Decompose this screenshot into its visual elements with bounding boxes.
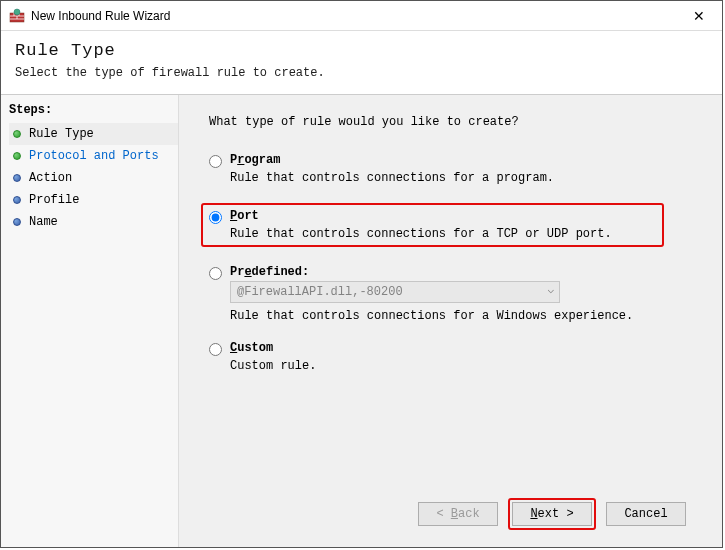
option-label: Port xyxy=(230,209,656,223)
step-protocol-ports[interactable]: Protocol and Ports xyxy=(9,145,178,167)
option-port: Port Rule that controls connections for … xyxy=(201,203,664,247)
next-highlight: Next > xyxy=(508,498,596,530)
option-label: Predefined: xyxy=(230,265,704,279)
option-program: Program Rule that controls connections f… xyxy=(209,153,704,185)
predefined-select-wrap: @FirewallAPI.dll,-80200 xyxy=(230,279,560,305)
step-rule-type[interactable]: Rule Type xyxy=(9,123,178,145)
bullet-icon xyxy=(13,218,21,226)
page-subtitle: Select the type of firewall rule to crea… xyxy=(15,66,708,80)
radio-port[interactable] xyxy=(209,211,222,224)
step-label: Rule Type xyxy=(29,127,94,141)
bullet-icon xyxy=(13,196,21,204)
wizard-window: New Inbound Rule Wizard ✕ Rule Type Sele… xyxy=(0,0,723,548)
back-button: < Back xyxy=(418,502,498,526)
option-desc: Rule that controls connections for a TCP… xyxy=(230,227,656,241)
bullet-icon xyxy=(13,174,21,182)
next-button[interactable]: Next > xyxy=(512,502,592,526)
step-label: Profile xyxy=(29,193,79,207)
body: Steps: Rule Type Protocol and Ports Acti… xyxy=(1,95,722,547)
step-label: Name xyxy=(29,215,58,229)
step-profile[interactable]: Profile xyxy=(9,189,178,211)
option-desc: Custom rule. xyxy=(230,359,704,373)
bullet-icon xyxy=(13,152,21,160)
steps-sidebar: Steps: Rule Type Protocol and Ports Acti… xyxy=(1,95,179,547)
option-custom: Custom Custom rule. xyxy=(209,341,704,373)
step-label: Action xyxy=(29,171,72,185)
predefined-select: @FirewallAPI.dll,-80200 xyxy=(230,281,560,303)
option-desc: Rule that controls connections for a Win… xyxy=(230,309,704,323)
bullet-icon xyxy=(13,130,21,138)
header: Rule Type Select the type of firewall ru… xyxy=(1,31,722,95)
option-label: Program xyxy=(230,153,704,167)
radio-custom[interactable] xyxy=(209,343,222,356)
option-predefined: Predefined: @FirewallAPI.dll,-80200 Rule… xyxy=(209,265,704,323)
radio-program[interactable] xyxy=(209,155,222,168)
radio-predefined[interactable] xyxy=(209,267,222,280)
steps-label: Steps: xyxy=(9,103,178,117)
option-label: Custom xyxy=(230,341,704,355)
cancel-button[interactable]: Cancel xyxy=(606,502,686,526)
window-title: New Inbound Rule Wizard xyxy=(31,9,684,23)
step-action[interactable]: Action xyxy=(9,167,178,189)
footer: < Back Next > Cancel xyxy=(209,491,704,537)
firewall-icon xyxy=(9,8,25,24)
main-panel: What type of rule would you like to crea… xyxy=(179,95,722,547)
close-button[interactable]: ✕ xyxy=(684,8,714,24)
step-name[interactable]: Name xyxy=(9,211,178,233)
svg-point-6 xyxy=(14,9,20,15)
page-title: Rule Type xyxy=(15,41,708,60)
option-desc: Rule that controls connections for a pro… xyxy=(230,171,704,185)
titlebar: New Inbound Rule Wizard ✕ xyxy=(1,1,722,31)
prompt-text: What type of rule would you like to crea… xyxy=(209,115,704,129)
step-label: Protocol and Ports xyxy=(29,149,159,163)
